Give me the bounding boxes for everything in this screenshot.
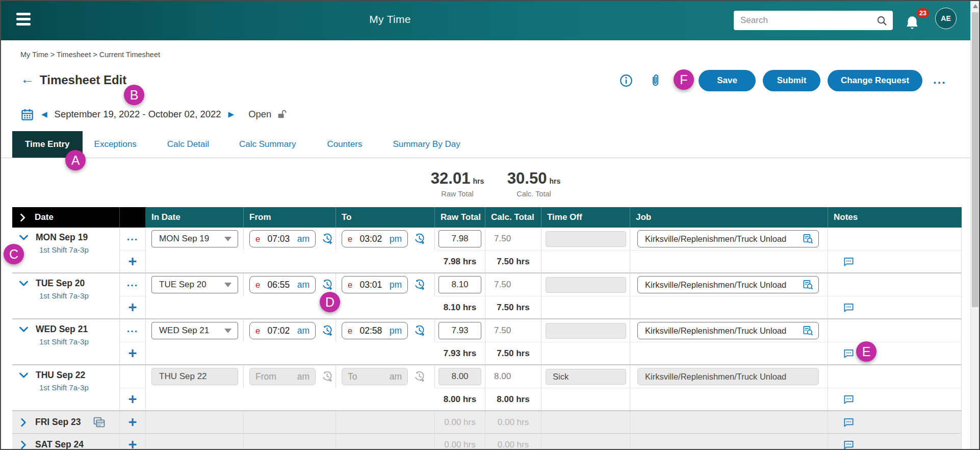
time-off-input[interactable]	[546, 231, 626, 247]
recalc-time-icon[interactable]	[414, 324, 426, 337]
recalc-time-icon[interactable]	[321, 279, 333, 291]
raw-total-input[interactable]: 8.10	[439, 276, 481, 293]
add-row-button[interactable]: +	[128, 254, 137, 269]
chevron-right-icon[interactable]	[18, 417, 29, 428]
raw-total-input[interactable]: 7.98	[439, 230, 481, 247]
raw-total-input[interactable]: 7.93	[439, 322, 481, 339]
to-input[interactable]: e03:02pm	[342, 230, 408, 247]
app-title: My Time	[357, 13, 423, 26]
prev-period-button[interactable]: ◀	[41, 110, 47, 119]
change-request-button[interactable]: Change Request	[828, 70, 922, 91]
in-date-select[interactable]: TUE Sep 20	[151, 276, 238, 293]
subtotal-calc: 0.00 hrs	[485, 434, 541, 450]
save-button[interactable]: Save	[699, 70, 756, 91]
avatar[interactable]: AE	[935, 8, 957, 29]
submit-button[interactable]: Submit	[763, 70, 820, 91]
vertical-scrollbar[interactable]	[970, 1, 979, 449]
in-date-select[interactable]: WED Sep 21	[151, 322, 238, 339]
note-comment-icon[interactable]	[843, 393, 855, 405]
tab-calc-detail[interactable]: Calc Detail	[157, 131, 220, 158]
time-off-input[interactable]	[546, 277, 626, 293]
note-comment-icon[interactable]	[843, 347, 855, 359]
scrollbar-thumb[interactable]	[972, 12, 978, 307]
expand-all-icon[interactable]	[18, 213, 28, 222]
chevron-down-icon[interactable]	[18, 324, 29, 335]
search-input[interactable]	[740, 15, 876, 26]
shift-label[interactable]: 1st Shift 7a-3p	[39, 245, 89, 254]
notes-cell	[828, 228, 962, 250]
chevron-down-icon[interactable]	[18, 370, 29, 381]
calendar-icon[interactable]	[20, 108, 34, 121]
add-row-button[interactable]: +	[128, 437, 137, 450]
tab-exceptions[interactable]: Exceptions	[84, 131, 147, 158]
recalc-time-icon[interactable]	[321, 324, 333, 337]
chevron-right-icon[interactable]	[18, 440, 29, 450]
tab-calc-summary[interactable]: Calc Summary	[228, 131, 306, 158]
calc-total-value: 8.00	[485, 365, 541, 388]
to-input[interactable]: e03:01pm	[342, 276, 408, 293]
more-actions-button[interactable]: ...	[933, 72, 946, 87]
period-selector: ◀ September 19, 2022 - October 02, 2022 …	[20, 106, 288, 123]
back-button[interactable]: ←	[20, 72, 34, 86]
time-off-input: Sick	[546, 369, 626, 385]
chevron-down-icon[interactable]	[18, 278, 29, 289]
add-row-button[interactable]: +	[128, 415, 137, 430]
table-header-in-date: In Date	[146, 207, 244, 228]
day-row-mon-sep-19: MON Sep 19 1st Shift 7a-3p ... + MON Sep…	[12, 228, 962, 273]
add-row-button[interactable]: +	[128, 346, 137, 361]
table-header-actions	[120, 207, 146, 228]
hamburger-menu-button[interactable]	[16, 13, 32, 28]
shift-label[interactable]: 1st Shift 7a-3p	[39, 291, 89, 300]
job-lookup-icon[interactable]	[802, 233, 814, 245]
notes-cell	[828, 250, 962, 272]
shift-label[interactable]: 1st Shift 7a-3p	[39, 383, 89, 392]
schedule-calendar-icon[interactable]	[93, 416, 106, 429]
notifications-button[interactable]: 23	[902, 8, 929, 34]
info-button[interactable]	[620, 74, 633, 89]
page-title: Timesheet Edit	[40, 73, 126, 87]
period-label: September 19, 2022 - October 02, 2022	[55, 109, 221, 120]
note-comment-icon[interactable]	[843, 256, 855, 267]
recalc-time-icon[interactable]	[414, 279, 426, 291]
chevron-down-icon[interactable]	[18, 232, 29, 243]
date-cell: THU Sep 22 1st Shift 7a-3p	[12, 365, 120, 410]
calc-total-value: 7.50	[485, 273, 541, 296]
recalc-time-icon	[321, 370, 333, 383]
time-off-input[interactable]	[546, 323, 626, 339]
table-header-to: To	[336, 207, 435, 228]
day-label: MON Sep 19	[36, 232, 88, 243]
next-period-button[interactable]: ▶	[228, 110, 235, 119]
recalc-time-icon[interactable]	[414, 233, 426, 245]
attachment-button[interactable]	[649, 73, 662, 89]
annotation-badge-b: B	[124, 85, 144, 105]
job-input[interactable]: Kirksville/Replenishmen/Truck Unload	[637, 230, 819, 247]
day-label: TUE Sep 20	[36, 278, 85, 289]
from-input[interactable]: e07:02am	[249, 322, 316, 339]
breadcrumb[interactable]: My Time > Timesheet > Current Timesheet	[20, 51, 160, 59]
day-row-fri-sep-23: FRI Sep 23 + 0.00 hrs 0.00 hrs	[12, 411, 962, 434]
notification-badge: 23	[917, 8, 929, 18]
add-row-button[interactable]: +	[128, 300, 137, 315]
tab-counters[interactable]: Counters	[316, 131, 373, 158]
note-comment-icon[interactable]	[843, 302, 855, 313]
scroll-up-arrow[interactable]	[973, 4, 978, 8]
job-input[interactable]: Kirksville/Replenishmen/Truck Unload	[637, 322, 819, 339]
tab-summary-by-day[interactable]: Summary By Day	[382, 131, 471, 158]
from-input[interactable]: e06:55am	[249, 276, 316, 293]
paperclip-icon	[649, 73, 662, 87]
job-input[interactable]: Kirksville/Replenishmen/Truck Unload	[637, 276, 819, 293]
in-date-select[interactable]: MON Sep 19	[151, 230, 238, 247]
job-lookup-icon[interactable]	[802, 279, 814, 291]
day-row-tue-sep-20: TUE Sep 20 1st Shift 7a-3p ... + TUE Sep…	[12, 273, 962, 319]
subtotal-raw: 8.00 hrs	[435, 388, 485, 410]
from-input[interactable]: e07:03am	[249, 230, 316, 247]
job-lookup-icon[interactable]	[802, 325, 814, 337]
note-comment-icon[interactable]	[843, 439, 855, 450]
to-input[interactable]: e02:58pm	[342, 322, 408, 339]
shift-label[interactable]: 1st Shift 7a-3p	[39, 337, 89, 346]
add-row-button[interactable]: +	[128, 392, 137, 407]
search-icon[interactable]	[876, 15, 888, 27]
note-comment-icon[interactable]	[843, 416, 855, 428]
search-box[interactable]	[734, 11, 893, 30]
recalc-time-icon[interactable]	[321, 233, 333, 245]
